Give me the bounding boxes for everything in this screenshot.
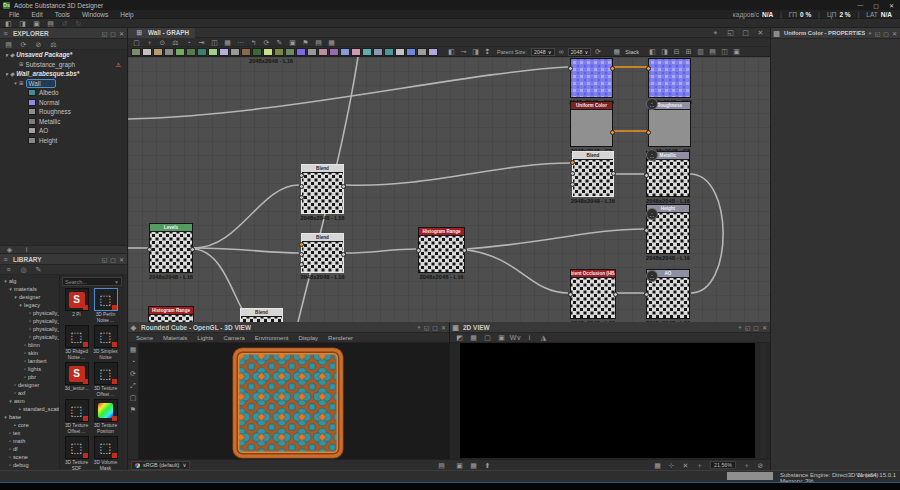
node-type-button[interactable] <box>142 48 152 56</box>
view3d-tool-button[interactable]: ▢ <box>128 393 139 402</box>
tree-item[interactable]: ▫lambert <box>0 357 59 365</box>
tree-item[interactable]: ▫math <box>0 437 59 445</box>
panel-corner-button[interactable]: ✕ <box>119 30 124 37</box>
panel-corner-button[interactable]: ◱ <box>875 30 881 37</box>
node-type-button[interactable] <box>208 48 218 56</box>
explorer-tool-button[interactable]: ⟳ <box>18 40 29 49</box>
tree-item[interactable]: ▫blinn <box>0 341 59 349</box>
panel-corner-button[interactable]: ▢ <box>432 324 438 331</box>
output-atom-icon[interactable]: ∴ <box>646 270 658 282</box>
graph-node[interactable]: Histogram Range <box>418 227 465 273</box>
view2d-tool-button[interactable]: ▢ <box>482 333 493 342</box>
node-port[interactable] <box>570 171 575 176</box>
graph-node[interactable]: Blend <box>240 308 283 322</box>
align-button[interactable]: ▤ <box>707 47 718 56</box>
node-port[interactable] <box>610 130 615 135</box>
node-port[interactable] <box>341 184 346 189</box>
search-input[interactable]: Search... ▼ <box>62 277 122 286</box>
node-type-button[interactable] <box>329 48 339 56</box>
panel-corner-button[interactable]: ✕ <box>441 324 446 331</box>
panel-corner-button[interactable]: ✕ <box>892 30 897 37</box>
view2d-bottom-button[interactable]: ▣ <box>454 461 465 470</box>
graph-node[interactable] <box>648 58 691 98</box>
node-port[interactable] <box>644 228 649 233</box>
graph-tool-button[interactable]: ⋯ <box>235 38 246 47</box>
graph-tool-button[interactable]: ▣ <box>287 38 298 47</box>
tree-item[interactable]: ▫scene <box>0 453 59 461</box>
node-type-button[interactable] <box>406 48 416 56</box>
wire[interactable] <box>194 185 299 248</box>
tree-item[interactable]: ▫skin <box>0 349 59 357</box>
wire[interactable] <box>128 67 568 119</box>
graph-node[interactable]: Histogram Range <box>148 306 194 322</box>
view3d-viewport[interactable] <box>139 343 450 459</box>
tree-item[interactable]: ▾alg <box>0 277 59 285</box>
node-type-button[interactable] <box>285 48 295 56</box>
zoom-value[interactable]: 21.56% <box>710 461 736 469</box>
graph-node[interactable]: Ambient Occlusion (HBAO) <box>570 269 616 319</box>
view2d-tool-button[interactable]: ▦ <box>468 333 479 342</box>
graph-node[interactable] <box>570 58 613 98</box>
tree-item[interactable]: ▫physically_... <box>0 317 59 325</box>
graph-tool-button[interactable]: ▦ <box>222 38 233 47</box>
node-type-button[interactable] <box>197 48 207 56</box>
graph-tool-button[interactable]: ⊙ <box>157 38 168 47</box>
tree-expander[interactable]: ▾ <box>17 302 24 308</box>
panel-corner-button[interactable]: ◱ <box>725 28 736 37</box>
explorer-tool-button[interactable]: ▤ <box>3 40 14 49</box>
tree-item[interactable]: ▫physically_... <box>0 333 59 341</box>
node-port[interactable] <box>610 66 615 71</box>
node-port[interactable] <box>299 252 304 257</box>
graph-tool-button[interactable]: ⊸ <box>458 47 469 56</box>
menu-item[interactable]: Windows <box>77 11 113 18</box>
toolbar-button[interactable]: ◨ <box>17 19 28 28</box>
view3d-menu-item[interactable]: Renderer <box>324 335 357 341</box>
library-item[interactable]: ⬚3D Volume Mask <box>91 436 120 471</box>
tree-expander[interactable]: ▾ <box>12 80 19 86</box>
node-port[interactable] <box>611 171 616 176</box>
node-port[interactable] <box>299 184 304 189</box>
tree-item[interactable]: ▫df <box>0 445 59 453</box>
node-type-button[interactable] <box>351 48 361 56</box>
library-item[interactable]: S3d_textur... <box>62 362 91 397</box>
view3d-tool-button[interactable]: ◔ <box>128 357 139 366</box>
node-type-button[interactable] <box>417 48 427 56</box>
node-type-button[interactable] <box>395 48 405 56</box>
align-button[interactable]: ⊟ <box>671 47 682 56</box>
graph-tool-button[interactable]: ▤ <box>313 38 324 47</box>
tree-expander[interactable]: ▾ <box>2 278 9 284</box>
tree-item[interactable]: ▾materials <box>0 285 59 293</box>
node-port[interactable] <box>416 248 421 253</box>
tree-item[interactable]: ▫pbr <box>0 373 59 381</box>
graph-node[interactable]: Blend <box>301 233 344 273</box>
view2d-bottom-button[interactable]: ✕ <box>680 461 691 470</box>
node-port[interactable] <box>462 248 467 253</box>
window-control-button[interactable]: — <box>857 2 863 9</box>
graph-tool-button[interactable]: ⚖ <box>170 38 181 47</box>
tree-item[interactable]: ▫designer <box>0 381 59 389</box>
menu-item[interactable]: Edit <box>26 11 47 18</box>
panel-corner-button[interactable]: ⌖ <box>868 30 871 37</box>
library-filter-button[interactable]: ✎ <box>33 265 44 274</box>
tree-item[interactable]: ▫debug <box>0 461 59 469</box>
view2d-bottom-button[interactable]: ⬆ <box>482 461 493 470</box>
node-type-button[interactable] <box>307 48 317 56</box>
wire[interactable] <box>467 250 568 293</box>
tree-item[interactable]: ▾legacy <box>0 301 59 309</box>
toolbar-button[interactable]: ◧ <box>3 19 14 28</box>
align-button[interactable]: ◨ <box>659 47 670 56</box>
node-port[interactable] <box>568 292 573 297</box>
tree-item[interactable]: ▪standard_scatter <box>0 405 59 413</box>
output-atom-icon[interactable]: ∴ <box>646 149 658 161</box>
node-type-button[interactable] <box>252 48 262 56</box>
node-port[interactable] <box>646 130 651 135</box>
align-button[interactable]: ◫ <box>719 47 730 56</box>
panel-corner-button[interactable]: ⌖ <box>417 324 420 331</box>
node-port[interactable] <box>644 292 649 297</box>
node-port[interactable] <box>570 182 575 187</box>
node-type-button[interactable] <box>186 48 196 56</box>
node-type-button[interactable] <box>230 48 240 56</box>
align-button[interactable]: ◧ <box>647 47 658 56</box>
view2d-tool-button[interactable]: ▣ <box>496 333 507 342</box>
node-type-button[interactable] <box>318 48 328 56</box>
